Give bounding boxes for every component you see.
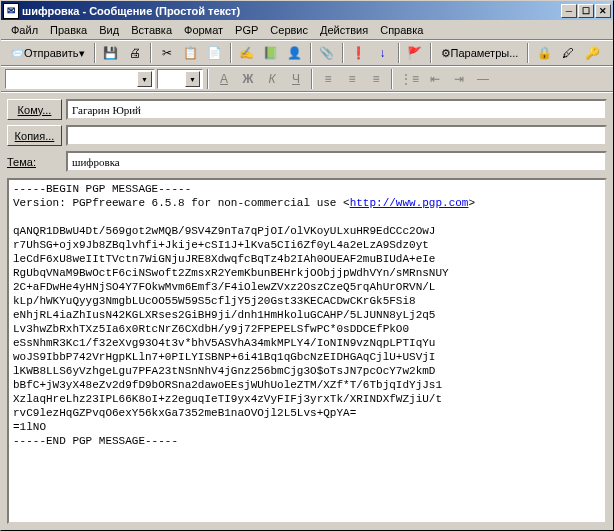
options-label: Параметры... [451,47,519,59]
cc-field[interactable] [66,125,607,146]
menubar: Файл Правка Вид Вставка Формат PGP Серви… [1,20,613,40]
toolbar-format: ▼ ▼ A Ж К Ч ≡ ≡ ≡ ⋮≡ ⇤ ⇥ — [1,66,613,92]
maximize-button[interactable]: ☐ [578,4,594,18]
subject-field[interactable] [66,151,607,172]
menu-pgp[interactable]: PGP [229,22,264,38]
flag-icon[interactable]: 🚩 [404,42,426,64]
minimize-button[interactable]: ─ [561,4,577,18]
signature-icon[interactable]: ✍ [236,42,258,64]
print-icon[interactable]: 🖨 [124,42,146,64]
menu-actions[interactable]: Действия [314,22,374,38]
menu-edit[interactable]: Правка [44,22,93,38]
check-names-icon[interactable]: 👤 [284,42,306,64]
attach-icon[interactable]: 📎 [316,42,338,64]
window-title: шифровка - Сообщение (Простой текст) [22,5,561,17]
titlebar: ✉ шифровка - Сообщение (Простой текст) ─… [1,1,613,20]
menu-file[interactable]: Файл [5,22,44,38]
bold-icon: Ж [237,68,259,90]
menu-insert[interactable]: Вставка [125,22,178,38]
pgp-sign-icon[interactable]: 🖊 [557,42,579,64]
address-book-icon[interactable]: 📗 [260,42,282,64]
align-center-icon: ≡ [341,68,363,90]
paste-icon[interactable]: 📄 [204,42,226,64]
close-button[interactable]: ✕ [595,4,611,18]
italic-icon: К [261,68,283,90]
toolbar-main: 📨 Отправить ▾ 💾 🖨 ✂ 📋 📄 ✍ 📗 👤 📎 ❗ ↓ 🚩 ⚙ … [1,40,613,66]
cc-button[interactable]: Копия... [7,125,62,146]
menu-help[interactable]: Справка [374,22,429,38]
align-right-icon: ≡ [365,68,387,90]
font-color-icon: A [213,68,235,90]
indent-decrease-icon: ⇤ [424,68,446,90]
header-fields: Кому... Копия... Тема: [1,92,613,178]
pgp-keys-icon[interactable]: 🔑 [581,42,603,64]
app-icon: ✉ [3,3,19,19]
menu-view[interactable]: Вид [93,22,125,38]
importance-high-icon[interactable]: ❗ [348,42,370,64]
pgp-encrypt-icon[interactable]: 🔒 [533,42,555,64]
send-label: Отправить [24,47,79,59]
chevron-down-icon: ▼ [185,71,200,87]
to-button[interactable]: Кому... [7,99,62,120]
menu-format[interactable]: Формат [178,22,229,38]
options-button[interactable]: ⚙ Параметры... [436,42,524,64]
chevron-down-icon: ▼ [137,71,152,87]
hr-icon: — [472,68,494,90]
menu-service[interactable]: Сервис [264,22,314,38]
font-family-combo: ▼ [5,69,155,89]
underline-icon: Ч [285,68,307,90]
subject-label: Тема: [7,156,62,168]
pgp-link[interactable]: http://www.pgp.com [350,197,469,209]
cut-icon[interactable]: ✂ [156,42,178,64]
to-field[interactable] [66,99,607,120]
save-icon[interactable]: 💾 [100,42,122,64]
message-body[interactable]: -----BEGIN PGP MESSAGE----- Version: PGP… [7,178,607,524]
font-size-combo: ▼ [157,69,203,89]
importance-low-icon[interactable]: ↓ [372,42,394,64]
send-button[interactable]: 📨 Отправить ▾ [5,42,90,64]
bullets-icon: ⋮≡ [397,68,422,90]
align-left-icon: ≡ [317,68,339,90]
copy-icon[interactable]: 📋 [180,42,202,64]
indent-increase-icon: ⇥ [448,68,470,90]
